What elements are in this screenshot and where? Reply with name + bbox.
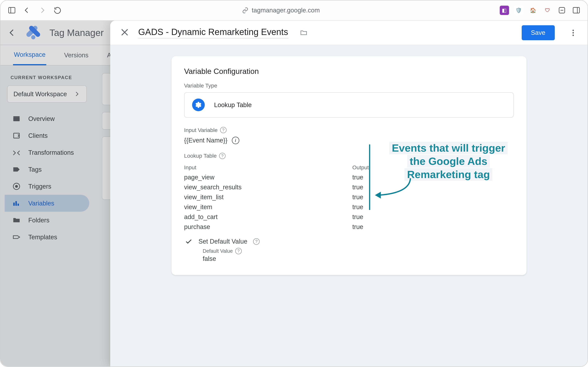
url-bar[interactable]: tagmanager.google.com	[68, 7, 494, 14]
variable-name-input[interactable]: GADS - Dynamic Remarketing Events	[138, 27, 288, 38]
lookup-table-icon	[192, 99, 205, 111]
lookup-output: true	[352, 193, 363, 201]
help-icon[interactable]: ?	[253, 238, 260, 245]
reload-icon[interactable]	[53, 6, 62, 15]
lookup-input: view_search_results	[184, 184, 352, 191]
lookup-input: purchase	[184, 223, 352, 231]
link-icon	[242, 7, 249, 14]
header-output: Output	[352, 164, 369, 171]
info-icon[interactable]: i	[232, 137, 239, 144]
lookup-input: view_item_list	[184, 193, 352, 201]
svg-rect-4	[573, 8, 580, 13]
lookup-row[interactable]: purchasetrue	[184, 222, 514, 232]
svg-point-19	[573, 30, 574, 31]
annotation-arrow-icon	[372, 176, 415, 201]
lookup-row[interactable]: add_to_carttrue	[184, 212, 514, 222]
extension-icon-1[interactable]: ◧	[500, 6, 509, 15]
url-text: tagmanager.google.com	[252, 7, 320, 14]
close-icon[interactable]	[120, 27, 131, 38]
lookup-output: true	[352, 174, 363, 181]
sidebar-toggle-icon[interactable]	[7, 6, 17, 15]
default-value-label: Default Value	[203, 248, 233, 254]
lookup-output: true	[352, 184, 363, 191]
forward-icon[interactable]	[38, 6, 47, 15]
set-default-label[interactable]: Set Default Value	[199, 238, 247, 245]
lookup-row[interactable]: view_itemtrue	[184, 202, 514, 212]
extension-icon-3[interactable]: 🏠	[529, 6, 538, 15]
input-variable-value[interactable]: {{Event Name}}	[184, 137, 227, 144]
svg-point-20	[573, 32, 574, 33]
downloads-icon[interactable]	[557, 6, 567, 15]
variable-type-name: Lookup Table	[214, 101, 252, 109]
tabs-icon[interactable]	[571, 6, 581, 15]
lookup-output: true	[352, 213, 363, 221]
card-title: Variable Configuration	[184, 67, 514, 76]
svg-point-21	[573, 34, 574, 36]
default-value[interactable]: false	[203, 255, 514, 262]
variable-type-label: Variable Type	[184, 83, 514, 89]
annotation-text: Events that will trigger the Google Ads …	[385, 142, 512, 181]
browser-toolbar: tagmanager.google.com ◧ 🛡️ 🏠 🛡	[0, 0, 588, 21]
folder-icon[interactable]	[299, 29, 308, 37]
lookup-input: view_item	[184, 203, 352, 211]
header-input: Input	[184, 164, 352, 171]
save-button[interactable]: Save	[522, 25, 555, 40]
svg-rect-0	[8, 8, 15, 13]
input-variable-label: Input Variable ?	[184, 127, 514, 133]
lookup-output: true	[352, 203, 363, 211]
variable-editor-modal: GADS - Dynamic Remarketing Events Save V…	[110, 21, 588, 367]
lookup-row[interactable]: view_item_listtrue	[184, 192, 514, 202]
extension-icon-4[interactable]: 🛡	[543, 6, 552, 15]
more-menu-icon[interactable]	[568, 28, 578, 38]
lookup-input: page_view	[184, 174, 352, 181]
lookup-output: true	[352, 223, 363, 231]
check-icon	[185, 238, 193, 245]
annotation-bar	[369, 144, 370, 210]
lookup-input: add_to_cart	[184, 213, 352, 221]
lookup-row[interactable]: view_search_resultstrue	[184, 182, 514, 192]
help-icon[interactable]: ?	[219, 153, 226, 159]
help-icon[interactable]: ?	[235, 248, 242, 254]
extension-icon-2[interactable]: 🛡️	[514, 6, 523, 15]
variable-type-selector[interactable]: Lookup Table	[184, 92, 514, 118]
help-icon[interactable]: ?	[220, 127, 227, 133]
back-icon[interactable]	[22, 6, 32, 15]
